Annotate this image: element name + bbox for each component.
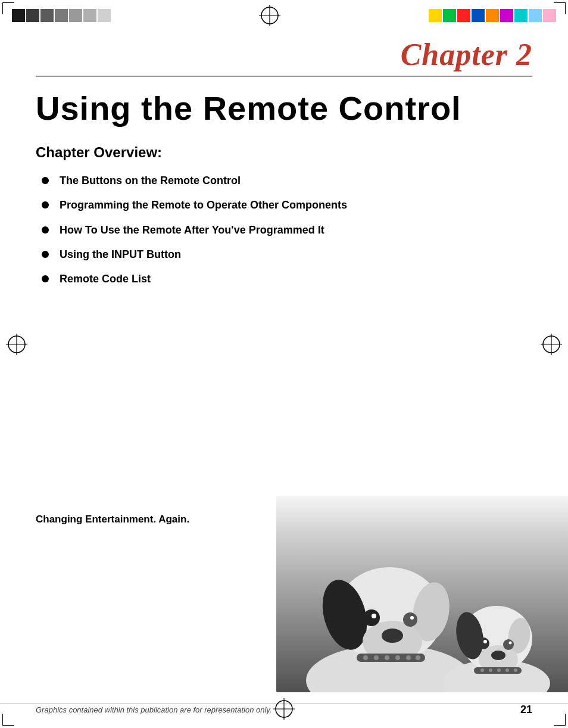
svg-point-41 [514,668,517,672]
dogs-illustration [270,496,568,692]
svg-point-17 [403,612,417,627]
svg-point-14 [382,629,403,643]
swatch-r3 [457,9,470,22]
svg-point-24 [406,655,411,660]
svg-point-37 [480,668,484,672]
caption-text: Changing Entertainment. Again. [36,514,189,525]
swatch-r6 [500,9,513,22]
bullet-text: Using the INPUT Button [60,248,181,262]
chapter-header: Chapter 2 [0,31,568,77]
swatch-4 [55,9,68,22]
main-content: Using the Remote Control Chapter Overvie… [0,77,568,287]
swatch-6 [83,9,96,22]
chapter-label: Chapter 2 [36,37,532,72]
svg-point-38 [489,668,492,672]
bullet-dot [42,177,49,184]
swatch-5 [69,9,82,22]
swatch-7 [98,9,111,22]
svg-point-32 [478,637,489,649]
svg-point-33 [483,640,487,643]
bullet-list: The Buttons on the Remote Control Progra… [42,174,532,287]
swatch-r1 [429,9,442,22]
list-item: Remote Code List [42,272,532,286]
crosshair-right [541,334,562,357]
image-caption: Changing Entertainment. Again. [36,514,189,525]
crosshair-bottom [273,698,295,722]
swatch-2 [26,9,39,22]
bullet-text: Remote Code List [60,272,151,286]
bullet-text: How To Use the Remote After You've Progr… [60,223,324,237]
color-swatches-right [429,9,556,22]
list-item: Using the INPUT Button [42,248,532,262]
crosshair-left [6,334,27,357]
svg-point-23 [395,655,400,660]
bullet-text: Programming the Remote to Operate Other … [60,198,347,212]
svg-point-34 [503,639,514,650]
svg-point-31 [491,651,505,660]
svg-point-22 [385,655,389,660]
svg-point-16 [372,614,376,618]
page-number: 21 [520,704,532,716]
footer-note: Graphics contained within this publicati… [36,705,271,714]
swatch-3 [40,9,54,22]
crosshair-top [259,5,280,26]
top-bar [0,0,568,31]
swatch-r5 [486,9,499,22]
list-item: Programming the Remote to Operate Other … [42,198,532,212]
swatch-1 [12,9,25,22]
svg-point-39 [497,668,501,672]
svg-point-15 [363,609,380,626]
svg-point-20 [363,655,368,660]
swatch-r7 [514,9,528,22]
swatch-r4 [472,9,485,22]
svg-point-40 [505,668,509,672]
swatch-r8 [529,9,542,22]
bullet-text: The Buttons on the Remote Control [60,174,241,188]
color-swatches-left [12,9,111,22]
section-heading: Chapter Overview: [36,144,532,161]
bullet-dot [42,201,49,209]
bullet-dot [42,275,49,282]
svg-point-35 [509,642,512,645]
bullet-dot [42,226,49,234]
list-item: The Buttons on the Remote Control [42,174,532,188]
bullet-dot [42,251,49,258]
chapter-rule [36,76,532,77]
list-item: How To Use the Remote After You've Progr… [42,223,532,237]
svg-point-18 [410,616,414,620]
svg-point-25 [416,655,420,660]
svg-point-21 [374,655,379,660]
page-title: Using the Remote Control [36,91,532,126]
swatch-r2 [443,9,456,22]
swatch-r9 [543,9,556,22]
